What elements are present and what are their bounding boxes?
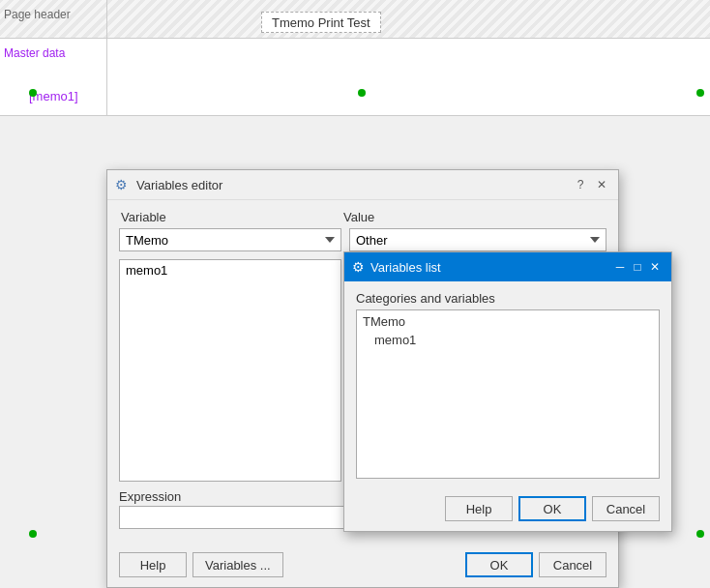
anchor-dot-5: [696, 530, 704, 538]
band-separator-page-header: [106, 0, 107, 38]
help-button-vlist[interactable]: Help: [445, 496, 513, 521]
close-button-editor[interactable]: ✕: [593, 176, 610, 193]
vlist-category-tmemo: TMemo: [359, 312, 657, 331]
column-labels-row: Variable Value: [119, 210, 606, 224]
variables-list-titlebar: ⚙ Variables list ─ □ ✕: [344, 252, 671, 281]
cancel-button-vlist[interactable]: Cancel: [592, 496, 660, 521]
anchor-dot-2: [358, 89, 366, 97]
value-dropdown[interactable]: Other: [349, 228, 606, 251]
variables-editor-footer: Help Variables ... OK Cancel: [107, 546, 618, 587]
minimize-button-vlist[interactable]: ─: [611, 258, 629, 276]
gear-icon: ⚙: [115, 177, 131, 192]
value-column-label: Value: [341, 210, 606, 224]
variables-list-body: Categories and variables TMemo memo1: [344, 281, 671, 488]
band-separator-master-data: [106, 39, 107, 115]
variable-dropdown[interactable]: TMemo: [119, 228, 341, 251]
variables-list-dialog: ⚙ Variables list ─ □ ✕ Categories and va…: [343, 251, 672, 532]
maximize-button-vlist[interactable]: □: [629, 258, 646, 276]
variables-editor-title: Variables editor: [136, 178, 572, 192]
anchor-dot-4: [29, 530, 37, 538]
band-label-master-data: Master data: [4, 46, 65, 60]
ok-button-editor[interactable]: OK: [465, 552, 533, 577]
title-text-box[interactable]: Tmemo Print Test: [261, 12, 381, 33]
band-page-header: Page header Tmemo Print Test: [0, 0, 710, 39]
vlist-item-memo1[interactable]: memo1: [359, 331, 657, 349]
list-item-memo1[interactable]: memo1: [122, 262, 339, 279]
titlebar-buttons: ? ✕: [572, 176, 610, 193]
anchor-dot-1: [29, 89, 37, 97]
variables-list-footer: Help OK Cancel: [344, 488, 671, 531]
variables-editor-titlebar: ⚙ Variables editor ? ✕: [107, 170, 618, 200]
variable-column-label: Variable: [119, 210, 341, 224]
variables-list-box[interactable]: TMemo memo1: [356, 309, 660, 479]
ok-button-vlist[interactable]: OK: [518, 496, 586, 521]
categories-label: Categories and variables: [356, 291, 660, 306]
anchor-dot-3: [696, 89, 704, 97]
variable-list-box[interactable]: memo1: [119, 259, 341, 482]
variables-button-editor[interactable]: Variables ...: [192, 552, 283, 577]
dropdowns-row: TMemo Other: [119, 228, 606, 251]
report-canvas: Page header Tmemo Print Test Master data…: [0, 0, 710, 588]
help-button-titlebar[interactable]: ?: [572, 176, 589, 193]
cancel-button-editor[interactable]: Cancel: [539, 552, 606, 577]
gear-icon-vlist: ⚙: [352, 259, 365, 275]
help-button-editor[interactable]: Help: [119, 552, 187, 577]
variables-list-title: Variables list: [370, 260, 611, 275]
band-master-data: Master data [memo1]: [0, 39, 710, 116]
close-button-vlist[interactable]: ✕: [646, 258, 664, 276]
band-label-page-header: Page header: [4, 8, 71, 21]
